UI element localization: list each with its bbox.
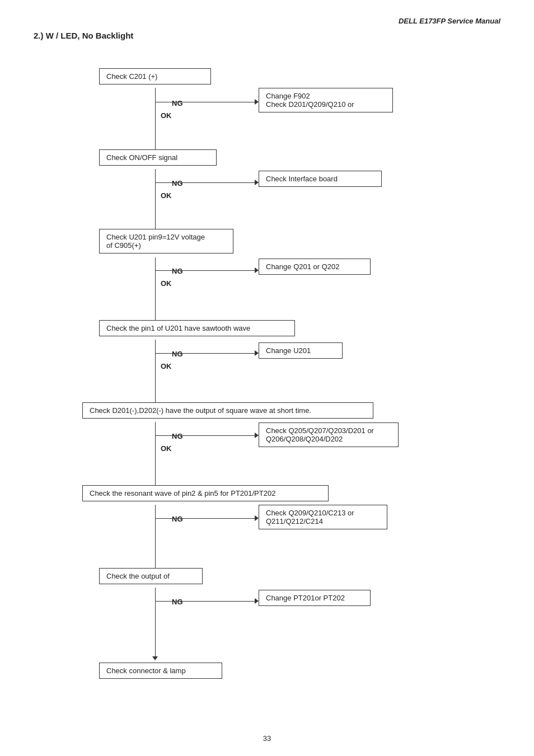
box-check-resonant: Check the resonant wave of pin2 & pin5 f… [82,485,329,501]
box-check-c201: Check C201 (+) [99,68,211,84]
label-ok-5: OK [161,444,172,453]
box-change-u201: Change U201 [259,342,343,359]
box-check-output: Check the output of [99,568,203,584]
header-title: DELL E173FP Service Manual [34,17,500,25]
box-check-d201-d202: Check D201(-),D202(-) have the output of… [82,402,373,419]
label-ok-4: OK [161,362,172,370]
arrow-down-final [152,656,158,660]
box-change-q201: Change Q201 or Q202 [259,259,371,275]
box-check-onoff: Check ON/OFF signal [99,149,217,166]
box-change-f902: Change F902Check D201/Q209/Q210 or [259,88,393,112]
page-number: 33 [34,734,500,743]
label-ng-1: NG [172,99,183,107]
label-ng-6: NG [172,515,183,523]
label-ng-2: NG [172,179,183,187]
arrow-ng-2 [255,180,259,185]
label-ng-7: NG [172,598,183,606]
label-ok-2: OK [161,191,172,200]
arrow-ng-1 [255,99,259,105]
label-ng-4: NG [172,350,183,358]
arrow-ng-5 [255,433,259,438]
box-interface-board: Check Interface board [259,171,382,187]
box-check-q205: Check Q205/Q207/Q203/D201 orQ206/Q208/Q2… [259,422,399,447]
arrow-ng-7 [255,598,259,604]
box-check-connector-lamp: Check connector & lamp [99,663,222,679]
box-check-u201-pin9: Check U201 pin9=12V voltageof C905(+) [99,229,233,253]
page: DELL E173FP Service Manual 2.) W / LED, … [0,0,534,756]
label-ng-5: NG [172,432,183,440]
box-check-pin1-u201: Check the pin1 of U201 have sawtooth wav… [99,320,295,336]
label-ok-3: OK [161,279,172,288]
box-check-q209: Check Q209/Q210/C213 orQ211/Q212/C214 [259,505,387,529]
box-change-pt201: Change PT201or PT202 [259,590,371,606]
arrow-ng-6 [255,515,259,521]
flowchart: Check C201 (+) NG OK Change F902Check D2… [49,57,485,712]
section-title: 2.) W / LED, No Backlight [34,31,500,40]
arrow-ng-3 [255,267,259,273]
arrow-ng-4 [255,350,259,356]
label-ng-3: NG [172,267,183,275]
label-ok-1: OK [161,111,172,120]
